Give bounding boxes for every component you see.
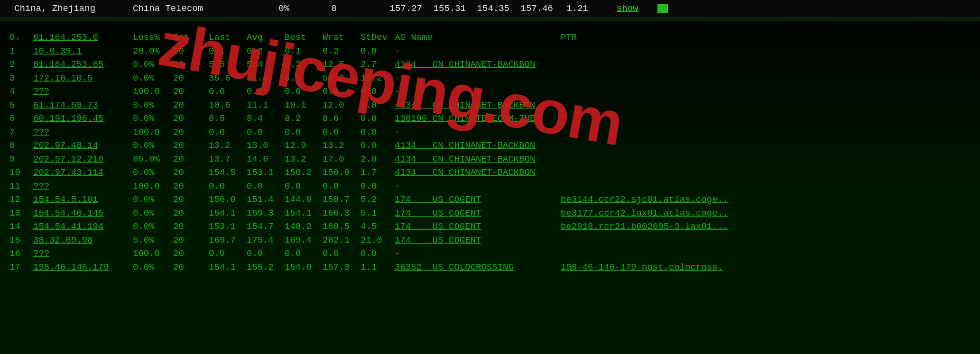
hop-last: 0.1: [209, 45, 247, 58]
col-ptr: PTR: [561, 31, 980, 45]
hop-host[interactable]: 38.32.69.98: [33, 234, 133, 247]
hop-ptr: [561, 99, 980, 112]
hop-std: 1.7: [361, 166, 395, 180]
hop-ptr[interactable]: 198-46-146-179-host.colocross.: [561, 261, 980, 274]
hop-host[interactable]: 202.97.43.114: [33, 166, 133, 180]
hop-wrst: 157.3: [323, 261, 361, 274]
hop-snt: 20: [173, 99, 209, 112]
hop-snt: 20: [173, 166, 209, 180]
hop-host[interactable]: 202.97.48.14: [33, 139, 133, 153]
hop-as[interactable]: 4134 CN CHINANET-BACKBON: [395, 99, 561, 112]
hop-host[interactable]: ???: [33, 180, 133, 193]
table-row: 8202.97.48.140.0%2013.213.012.913.20.041…: [9, 139, 980, 153]
hop-as[interactable]: 136190 CN CHINATELECOM-ZHE: [395, 112, 561, 126]
hop-best: 0.0: [285, 85, 323, 99]
col-loss: Loss%: [133, 31, 173, 45]
hop-as[interactable]: 174 US COGENT: [395, 220, 561, 234]
hop-as[interactable]: 174 US COGENT: [395, 234, 561, 247]
hop-host[interactable]: 61.164.253.65: [33, 58, 133, 72]
hop-as[interactable]: 36352 US COLOCROSSING: [395, 261, 561, 274]
hop-loss: 0.0%: [133, 166, 173, 180]
col-best: Best: [285, 31, 323, 45]
hop-std: 0.0: [361, 112, 395, 126]
hop-host[interactable]: ???: [33, 126, 133, 139]
hop-host[interactable]: ???: [33, 85, 133, 99]
summary-last: 157.27: [379, 2, 422, 16]
hop-num: 5: [9, 99, 33, 112]
hop-host[interactable]: 154.54.41.194: [33, 220, 133, 234]
hop-host[interactable]: 172.16.10.5: [33, 72, 133, 85]
hop-std: 0.0: [361, 180, 395, 193]
hop-num: 11: [9, 180, 33, 193]
hop-host[interactable]: 10.0.39.1: [33, 45, 133, 58]
hop-avg: 13.0: [247, 139, 285, 153]
hop-loss: 0.0%: [133, 193, 173, 207]
hop-loss: 100.0: [133, 247, 173, 261]
hop-as[interactable]: 174 US COGENT: [395, 193, 561, 207]
hop-ptr[interactable]: be3177.ccr42.lax01.atlas.coge..: [561, 207, 980, 220]
hop-host[interactable]: 154.54.40.145: [33, 207, 133, 220]
hop-as[interactable]: 4134 CN CHINANET-BACKBON: [395, 166, 561, 180]
summary-loss: 0%: [243, 2, 289, 16]
hop-loss: 100.0: [133, 85, 173, 99]
hop-snt: 20: [173, 58, 209, 72]
hop-wrst: 8.6: [323, 112, 361, 126]
hop-as[interactable]: 4134 CN CHINANET-BACKBON: [395, 58, 561, 72]
hop-best: 6.0: [285, 72, 323, 85]
hop-std: 0.0: [361, 85, 395, 99]
hop-snt: 20: [173, 45, 209, 58]
hop-wrst: 52.2: [323, 72, 361, 85]
hop-ptr[interactable]: be2918.rcr21.b002695-3.lax01...: [561, 220, 980, 234]
hop-avg: 0.0: [247, 180, 285, 193]
hop-as: -: [395, 85, 561, 99]
hop-std: 0.0: [361, 126, 395, 139]
hop-wrst: 160.5: [323, 220, 361, 234]
table-row: 13154.54.40.1450.0%20154.1159.3154.1166.…: [9, 207, 980, 220]
hop-ptr: [561, 180, 980, 193]
hop-host[interactable]: 60.191.196.45: [33, 112, 133, 126]
hop-best: 154.1: [285, 207, 323, 220]
hop-snt: 20: [173, 126, 209, 139]
hop-avg: 0.0: [247, 85, 285, 99]
hop-wrst: 0.2: [323, 45, 361, 58]
hop-host[interactable]: 61.174.59.73: [33, 99, 133, 112]
hop-avg: 0.0: [247, 247, 285, 261]
hop-last: 154.5: [209, 166, 247, 180]
hop-wrst: 17.0: [323, 153, 361, 166]
hop-std: 5.1: [361, 207, 395, 220]
show-link[interactable]: show: [617, 2, 638, 16]
hop-as: -: [395, 247, 561, 261]
hop-avg: 31.6: [247, 72, 285, 85]
hop-std: 2.0: [361, 153, 395, 166]
col-host[interactable]: 61.164.253.0: [33, 31, 133, 45]
hop-std: 2.7: [361, 58, 395, 72]
table-row: 1538.32.69.985.0%20169.7175.4169.4262.12…: [9, 234, 980, 247]
hop-avg: 154.7: [247, 220, 285, 234]
hop-as[interactable]: 174 US COGENT: [395, 207, 561, 220]
hop-wrst: 158.7: [323, 193, 361, 207]
hop-ptr: [561, 139, 980, 153]
hop-num: 14: [9, 220, 33, 234]
hop-host[interactable]: 154.54.5.101: [33, 193, 133, 207]
hop-host[interactable]: 198.46.146.179: [33, 261, 133, 274]
hop-avg: 153.1: [247, 166, 285, 180]
hop-ptr: [561, 45, 980, 58]
hop-as[interactable]: 4134 CN CHINANET-BACKBON: [395, 153, 561, 166]
hop-best: 12.9: [285, 139, 323, 153]
hop-avg: 14.6: [247, 153, 285, 166]
hop-num: 12: [9, 193, 33, 207]
hop-loss: 5.0%: [133, 234, 173, 247]
hop-loss: 0.0%: [133, 207, 173, 220]
hop-num: 7: [9, 126, 33, 139]
hop-ptr[interactable]: be3144.ccr22.sjc01.atlas.coge..: [561, 193, 980, 207]
hop-ptr: [561, 72, 980, 85]
hop-best: 144.9: [285, 193, 323, 207]
hop-host[interactable]: ???: [33, 247, 133, 261]
hop-loss: 85.0%: [133, 153, 173, 166]
hop-best: 148.2: [285, 220, 323, 234]
hop-loss: 100.0: [133, 180, 173, 193]
hop-last: 35.6: [209, 72, 247, 85]
hop-host[interactable]: 202.97.12.210: [33, 153, 133, 166]
hop-as[interactable]: 4134 CN CHINANET-BACKBON: [395, 139, 561, 153]
hop-num: 1: [9, 45, 33, 58]
